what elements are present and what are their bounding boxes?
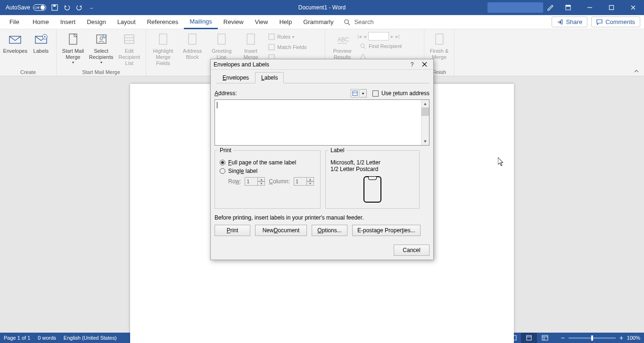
highlight-icon <box>156 32 171 47</box>
svg-rect-1 <box>53 5 56 7</box>
dialog-titlebar: Envelopes and Labels ? <box>211 59 433 70</box>
find-icon <box>359 42 367 50</box>
pencil-icon[interactable] <box>547 4 554 11</box>
preview-icon: ABC <box>335 32 350 47</box>
col-spinner[interactable]: ▲▼ <box>294 177 314 186</box>
group-create-label: Create <box>0 69 56 76</box>
address-book-dropdown[interactable]: ▾ <box>360 89 367 98</box>
scroll-up-icon[interactable]: ▲ <box>421 100 429 107</box>
record-nav: |◂◂ ▸▸| <box>357 32 419 41</box>
tab-review[interactable]: Review <box>218 15 249 29</box>
print-layout-button[interactable] <box>521 333 537 343</box>
feeder-note: Before printing, insert labels in your p… <box>215 214 429 221</box>
col-up-icon[interactable]: ▲ <box>307 177 314 181</box>
svg-point-29 <box>361 44 364 48</box>
web-layout-button[interactable] <box>537 333 553 343</box>
tab-layout[interactable]: Layout <box>112 15 141 29</box>
new-document-button[interactable]: New Document <box>255 225 307 236</box>
col-down-icon[interactable]: ▼ <box>307 181 314 186</box>
user-account[interactable] <box>487 2 543 13</box>
options-button[interactable]: Options... <box>312 225 347 236</box>
col-input[interactable] <box>294 177 307 186</box>
tab-help[interactable]: Help <box>273 15 297 29</box>
labels-button[interactable]: Labels <box>29 31 54 54</box>
zoom-slider[interactable] <box>569 337 616 339</box>
comments-button[interactable]: Comments <box>591 16 640 27</box>
collapse-ribbon-icon[interactable] <box>634 68 639 74</box>
tab-references[interactable]: References <box>141 15 184 29</box>
dialog-tabs: Envelopes Labels <box>216 72 429 83</box>
use-return-checkbox[interactable]: Use return address <box>372 90 429 97</box>
radio-full-page[interactable]: Full page of the same label <box>220 159 315 166</box>
tab-home[interactable]: Home <box>27 15 55 29</box>
tab-labels-dlg[interactable]: Labels <box>255 72 284 83</box>
label-preview-icon <box>363 176 381 203</box>
svg-point-6 <box>345 19 348 23</box>
start-mm-label: Start Mail Merge <box>62 48 84 60</box>
greeting-icon <box>214 32 229 47</box>
highlight-merge-fields-button: Highlight Merge Fields <box>149 31 177 67</box>
address-block-button: Address Block <box>178 31 206 60</box>
tab-view[interactable]: View <box>249 15 273 29</box>
tab-mailings[interactable]: Mailings <box>184 15 218 29</box>
zoom-in-button[interactable]: + <box>619 334 623 342</box>
row-up-icon[interactable]: ▲ <box>258 177 265 181</box>
tab-insert[interactable]: Insert <box>55 15 82 29</box>
word-count[interactable]: 0 words <box>38 335 56 341</box>
labels-label: Labels <box>33 48 49 54</box>
minimize-button[interactable] <box>579 0 601 15</box>
address-textarea[interactable]: ▲ ▼ <box>215 99 429 146</box>
row-spinner[interactable]: ▲▼ <box>245 177 265 186</box>
epostage-button[interactable]: E-postage Properties... <box>352 225 421 236</box>
address-book-button[interactable] <box>351 89 359 98</box>
tell-me-search[interactable]: Search <box>339 18 378 25</box>
print-button[interactable]: Print <box>215 225 250 236</box>
preview-results-button: ABC Preview Results <box>328 31 356 60</box>
select-recipients-button[interactable]: Select Recipients▾ <box>88 31 115 65</box>
save-icon[interactable] <box>51 4 58 11</box>
print-legend: Print <box>218 147 233 154</box>
ribbon-display-icon[interactable] <box>557 0 579 15</box>
envelopes-button[interactable]: Envelopes <box>3 31 28 54</box>
maximize-button[interactable] <box>601 0 622 15</box>
group-start-label: Start Mail Merge <box>57 69 146 76</box>
svg-rect-8 <box>561 20 562 24</box>
zoom-out-button[interactable]: − <box>561 334 564 342</box>
share-button[interactable]: Share <box>552 16 587 27</box>
cancel-button[interactable]: Cancel <box>394 245 429 256</box>
rules-button: Rules ▾ <box>266 32 313 41</box>
svg-rect-3 <box>566 5 570 7</box>
close-button[interactable] <box>622 0 644 15</box>
search-label: Search <box>354 18 373 25</box>
share-label: Share <box>566 18 582 25</box>
tab-file[interactable]: File <box>4 15 25 29</box>
scroll-thumb[interactable] <box>421 107 429 116</box>
row-input[interactable] <box>245 177 258 186</box>
redo-icon[interactable] <box>75 4 83 11</box>
match-icon <box>268 43 275 51</box>
row-down-icon[interactable]: ▼ <box>258 181 265 186</box>
scroll-down-icon[interactable]: ▼ <box>421 138 429 145</box>
zoom-level[interactable]: 100% <box>627 335 640 341</box>
start-mail-merge-button[interactable]: Start Mail Merge▾ <box>59 31 87 65</box>
label-panel[interactable]: Label Microsoft, 1/2 Letter 1/2 Letter P… <box>325 150 420 209</box>
autosave-toggle[interactable]: AutoSave Off <box>6 4 46 11</box>
undo-icon[interactable] <box>63 4 71 11</box>
qat-customize-icon[interactable]: – <box>88 4 95 11</box>
tab-design[interactable]: Design <box>81 15 111 29</box>
radio-single-label[interactable]: Single label <box>220 168 315 174</box>
address-scrollbar[interactable]: ▲ ▼ <box>421 100 429 145</box>
dialog-close-button[interactable] <box>418 60 430 69</box>
language-status[interactable]: English (United States) <box>64 335 117 341</box>
envelopes-label: Envelopes <box>3 48 27 54</box>
tab-envelopes-dlg[interactable]: Envelopes <box>216 72 255 83</box>
col-label: Column: <box>269 178 290 185</box>
svg-rect-5 <box>610 6 614 10</box>
svg-rect-35 <box>527 335 531 340</box>
dialog-help-button[interactable]: ? <box>406 60 418 69</box>
title-bar: AutoSave Off – Document1 - Word <box>0 0 644 15</box>
share-icon <box>557 19 563 25</box>
tab-grammarly[interactable]: Grammarly <box>297 15 339 29</box>
label-legend: Label <box>329 147 346 154</box>
page-status[interactable]: Page 1 of 1 <box>4 335 30 341</box>
